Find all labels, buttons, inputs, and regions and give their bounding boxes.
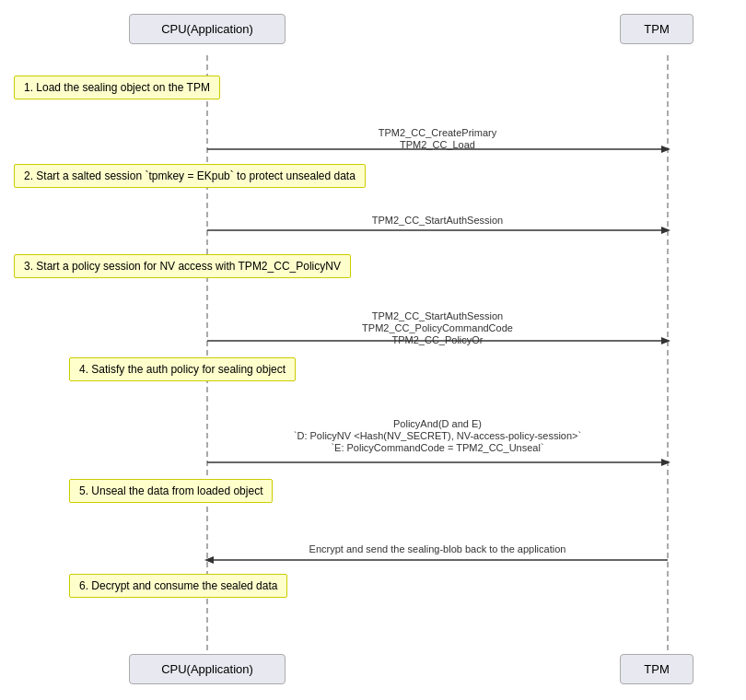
step2-box: 2. Start a salted session `tpmkey = EKpu… (14, 164, 366, 188)
svg-marker-3 (661, 146, 670, 153)
step2-label: 2. Start a salted session `tpmkey = EKpu… (24, 169, 356, 182)
svg-marker-7 (661, 227, 670, 234)
svg-text:TPM2_CC_StartAuthSession: TPM2_CC_StartAuthSession (372, 310, 503, 321)
svg-marker-10 (661, 337, 670, 344)
step1-box: 1. Load the sealing object on the TPM (14, 76, 220, 99)
step4-box: 4. Satisfy the auth policy for sealing o… (69, 357, 296, 381)
step3-label: 3. Start a policy session for NV access … (24, 260, 341, 273)
sequence-diagram: TPM2_CC_CreatePrimary TPM2_CC_Load TPM2_… (0, 0, 746, 700)
step5-label: 5. Unseal the data from loaded object (79, 484, 262, 497)
svg-text:TPM2_CC_CreatePrimary: TPM2_CC_CreatePrimary (379, 127, 497, 138)
step1-label: 1. Load the sealing object on the TPM (24, 81, 210, 94)
svg-text:Encrypt and send the sealing-b: Encrypt and send the sealing-blob back t… (309, 543, 566, 554)
step6-label: 6. Decrypt and consume the sealed data (79, 579, 277, 592)
step6-box: 6. Decrypt and consume the sealed data (69, 574, 287, 598)
step3-box: 3. Start a policy session for NV access … (14, 254, 351, 278)
svg-text:TPM2_CC_StartAuthSession: TPM2_CC_StartAuthSession (372, 215, 503, 226)
tpm-bottom-label: TPM (644, 662, 669, 676)
svg-text:PolicyAnd(D and E): PolicyAnd(D and E) (393, 418, 482, 429)
cpu-bottom-box: CPU(Application) (129, 654, 286, 684)
cpu-top-box: CPU(Application) (129, 14, 286, 44)
svg-text:`E: PolicyCommandCode = TPM2_C: `E: PolicyCommandCode = TPM2_CC_Unseal` (331, 442, 543, 453)
svg-text:TPM2_CC_PolicyOr: TPM2_CC_PolicyOr (391, 334, 483, 345)
step5-box: 5. Unseal the data from loaded object (69, 479, 273, 503)
step4-label: 4. Satisfy the auth policy for sealing o… (79, 363, 286, 376)
svg-text:`D: PolicyNV <Hash(NV_SECRET),: `D: PolicyNV <Hash(NV_SECRET), NV-access… (294, 430, 581, 441)
tpm-top-label: TPM (644, 22, 669, 36)
svg-text:TPM2_CC_PolicyCommandCode: TPM2_CC_PolicyCommandCode (362, 322, 513, 333)
cpu-top-label: CPU(Application) (161, 22, 253, 36)
svg-marker-15 (661, 459, 670, 466)
tpm-bottom-box: TPM (620, 654, 694, 684)
svg-text:TPM2_CC_Load: TPM2_CC_Load (400, 139, 475, 150)
tpm-top-box: TPM (620, 14, 694, 44)
svg-marker-20 (204, 556, 214, 564)
cpu-bottom-label: CPU(Application) (161, 662, 253, 676)
